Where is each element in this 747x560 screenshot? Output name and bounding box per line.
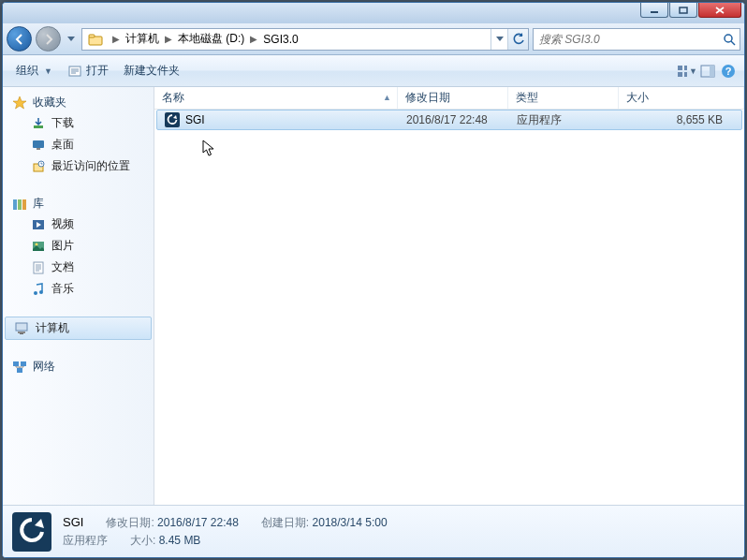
sidebar-item-downloads[interactable]: 下载 [3, 112, 154, 134]
sidebar-computer-group: 计算机 [3, 317, 154, 340]
sidebar-item-music[interactable]: 音乐 [3, 278, 154, 300]
sidebar-item-label: 音乐 [51, 281, 74, 297]
chevron-down-icon: ▼ [44, 66, 52, 76]
music-icon [31, 282, 46, 297]
navigation-bar: ▶ 计算机 ▶ 本地磁盘 (D:) ▶ SGI3.0 [3, 23, 744, 55]
breadcrumb-separator-icon[interactable]: ▶ [109, 34, 124, 44]
videos-icon [31, 217, 46, 232]
file-name-cell: SGI [157, 112, 399, 127]
svg-rect-16 [37, 148, 40, 150]
pictures-icon [31, 239, 46, 254]
titlebar[interactable] [3, 3, 744, 23]
sidebar-item-computer[interactable]: 计算机 [5, 317, 152, 340]
app-icon [165, 112, 180, 127]
sidebar-item-label: 图片 [51, 238, 74, 254]
details-modified-value: 2016/8/17 22:48 [157, 516, 239, 529]
sidebar-item-label: 视频 [51, 216, 74, 232]
preview-pane-button[interactable] [697, 61, 718, 81]
open-icon [67, 64, 82, 79]
file-row[interactable]: SGI 2016/8/17 22:48 应用程序 8,655 KB [156, 110, 742, 130]
column-label: 大小 [626, 90, 649, 106]
sidebar-item-pictures[interactable]: 图片 [3, 235, 154, 257]
back-button[interactable] [7, 26, 32, 52]
svg-rect-8 [684, 66, 687, 70]
column-date[interactable]: 修改日期 [398, 87, 508, 109]
column-label: 类型 [516, 90, 538, 106]
svg-point-27 [39, 290, 43, 294]
details-filename: SGI [63, 515, 83, 531]
column-name[interactable]: 名称 ▲ [154, 87, 398, 109]
svg-point-26 [34, 291, 37, 295]
search-input[interactable] [534, 29, 719, 50]
star-icon [12, 96, 27, 111]
details-size-label: 大小: [130, 534, 155, 547]
new-folder-label: 新建文件夹 [124, 63, 180, 79]
svg-rect-29 [18, 332, 25, 333]
history-dropdown-icon[interactable] [65, 30, 78, 49]
file-list[interactable]: SGI 2016/8/17 22:48 应用程序 8,655 KB [154, 110, 744, 505]
forward-button[interactable] [36, 26, 61, 52]
organize-button[interactable]: 组织 ▼ [8, 59, 60, 82]
sidebar-libraries-header[interactable]: 库 [3, 194, 154, 214]
libraries-icon [12, 197, 27, 212]
address-bar[interactable]: ▶ 计算机 ▶ 本地磁盘 (D:) ▶ SGI3.0 [81, 28, 529, 51]
column-headers: 名称 ▲ 修改日期 类型 大小 [154, 87, 744, 110]
sort-ascending-icon: ▲ [383, 93, 391, 102]
breadcrumb-separator-icon[interactable]: ▶ [161, 34, 176, 44]
column-label: 名称 [162, 90, 184, 106]
sidebar-item-label: 下载 [51, 115, 74, 131]
address-dropdown-icon[interactable] [491, 29, 507, 50]
svg-rect-28 [16, 323, 27, 331]
breadcrumb-computer[interactable]: 计算机 [124, 31, 161, 47]
svg-rect-21 [22, 199, 26, 210]
sidebar-item-desktop[interactable]: 桌面 [3, 134, 154, 155]
svg-rect-32 [21, 361, 26, 366]
svg-rect-9 [684, 72, 687, 77]
recent-icon [31, 159, 46, 174]
documents-icon [31, 260, 46, 275]
folder-icon [86, 30, 105, 49]
details-app-icon [12, 512, 51, 552]
new-folder-button[interactable]: 新建文件夹 [116, 59, 187, 82]
view-options-button[interactable]: ▼ [677, 61, 697, 81]
minimize-button[interactable] [640, 3, 668, 18]
column-size[interactable]: 大小 [619, 87, 744, 109]
sidebar-item-network[interactable]: 网络 [3, 357, 154, 376]
sidebar-item-documents[interactable]: 文档 [3, 257, 154, 278]
breadcrumb-drive[interactable]: 本地磁盘 (D:) [176, 31, 246, 47]
refresh-button[interactable] [507, 29, 528, 50]
window-controls [639, 3, 741, 18]
sidebar-favorites-header[interactable]: 收藏夹 [3, 93, 154, 112]
open-button[interactable]: 打开 [60, 59, 116, 82]
column-type[interactable]: 类型 [508, 87, 619, 109]
svg-rect-33 [17, 368, 22, 373]
details-created-label: 创建日期: [261, 516, 309, 529]
help-button[interactable]: ? [718, 61, 739, 81]
file-list-pane: 名称 ▲ 修改日期 类型 大小 SGI 2016/8/17 22:48 应用程 [154, 87, 744, 505]
sidebar-network-group: 网络 [3, 357, 154, 376]
file-name: SGI [185, 113, 205, 126]
file-date-cell: 2016/8/17 22:48 [399, 113, 509, 126]
sidebar-item-label: 最近访问的位置 [51, 158, 130, 174]
explorer-body: 收藏夹 下载 桌面 最近访问的位置 库 [3, 87, 744, 505]
svg-rect-20 [18, 199, 22, 210]
maximize-button[interactable] [669, 3, 697, 18]
details-created-value: 2018/3/14 5:00 [313, 516, 388, 529]
navigation-pane[interactable]: 收藏夹 下载 桌面 最近访问的位置 库 [3, 87, 154, 505]
column-label: 修改日期 [405, 90, 450, 106]
search-icon[interactable] [719, 29, 740, 50]
svg-rect-1 [680, 7, 687, 13]
sidebar-libraries-label: 库 [33, 196, 44, 212]
svg-rect-7 [678, 72, 682, 77]
svg-rect-19 [13, 199, 17, 210]
search-box[interactable] [533, 28, 740, 51]
organize-label: 组织 [16, 63, 38, 79]
breadcrumb-separator-icon[interactable]: ▶ [246, 34, 261, 44]
file-size-cell: 8,655 KB [620, 113, 741, 126]
sidebar-item-recent[interactable]: 最近访问的位置 [3, 155, 154, 177]
close-button[interactable] [698, 3, 741, 18]
breadcrumb-folder[interactable]: SGI3.0 [261, 33, 300, 46]
sidebar-item-videos[interactable]: 视频 [3, 214, 154, 235]
network-icon [12, 360, 27, 375]
explorer-window: ▶ 计算机 ▶ 本地磁盘 (D:) ▶ SGI3.0 组织 ▼ [2, 2, 745, 558]
